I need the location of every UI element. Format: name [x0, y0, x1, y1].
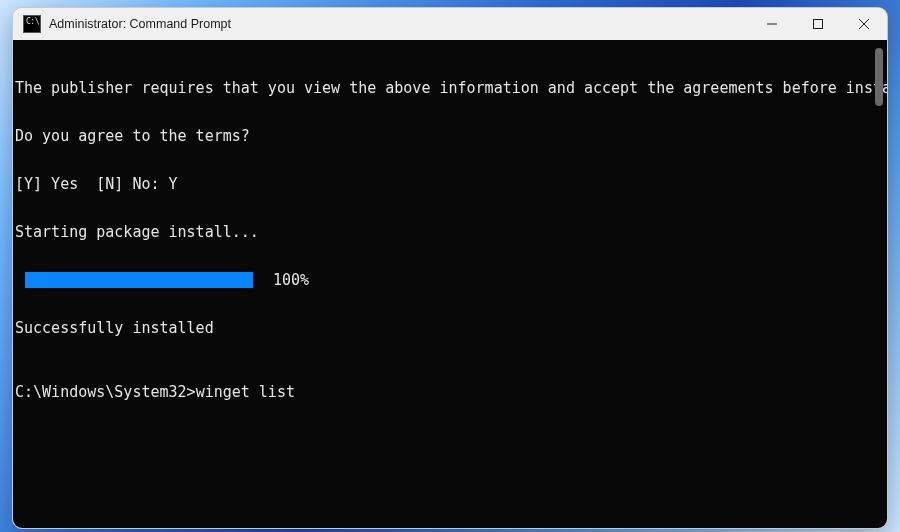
- maximize-button[interactable]: [795, 8, 841, 40]
- svg-rect-0: [814, 20, 823, 29]
- close-button[interactable]: [841, 8, 887, 40]
- scrollbar[interactable]: [869, 42, 885, 526]
- progress-bar: [25, 272, 253, 288]
- prompt-command: winget list: [196, 383, 295, 401]
- window-title: Administrator: Command Prompt: [49, 17, 749, 31]
- terminal-line: Successfully installed: [15, 320, 867, 336]
- terminal-line: The publisher requires that you view the…: [15, 80, 867, 96]
- window-controls: [749, 8, 887, 40]
- progress-percent: 100%: [273, 272, 309, 288]
- terminal-line: Do you agree to the terms?: [15, 128, 867, 144]
- command-prompt-window: C:\ Administrator: Command Prompt The pu…: [12, 7, 888, 529]
- terminal[interactable]: The publisher requires that you view the…: [13, 40, 887, 528]
- prompt-path: C:\Windows\System32>: [15, 383, 196, 401]
- terminal-line: [Y] Yes [N] No: Y: [15, 176, 867, 192]
- scrollbar-thumb[interactable]: [875, 48, 883, 106]
- progress-line: 100%: [15, 272, 867, 288]
- prompt-line: C:\Windows\System32>winget list: [15, 384, 867, 400]
- minimize-button[interactable]: [749, 8, 795, 40]
- terminal-line: Starting package install...: [15, 224, 867, 240]
- cmd-icon: C:\: [23, 15, 41, 33]
- titlebar[interactable]: C:\ Administrator: Command Prompt: [13, 8, 887, 40]
- terminal-content: The publisher requires that you view the…: [15, 48, 867, 432]
